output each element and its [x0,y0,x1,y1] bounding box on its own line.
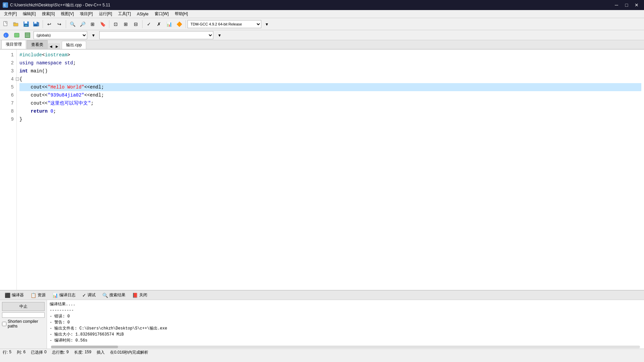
goto-line-button[interactable]: ⊞ [88,19,97,29]
svg-rect-8 [25,25,28,26]
menu-run[interactable]: 运行[R] [96,10,115,17]
debug-tab-label: 调试 [88,292,96,298]
search-results-icon: 🔍 [102,293,108,298]
output-warnings: - 警告: 0 [50,319,641,325]
status-selected: 已选择 0 [31,350,47,355]
debug-icon[interactable]: i [1,31,11,40]
shorten-paths-label: Shorten compiler paths [8,319,45,328]
shorten-paths-checkbox[interactable] [2,322,6,326]
maximize-button[interactable]: □ [622,1,631,9]
menu-edit[interactable]: 编辑[E] [20,10,39,17]
bookmark-button[interactable]: 🔖 [98,19,107,29]
svg-text:C: C [4,3,6,7]
layout-btn-2[interactable]: ⊞ [121,19,130,29]
globals-dropdown[interactable]: (globals) [34,31,87,39]
length-value: 159 [85,350,91,355]
resource-icon[interactable] [12,31,21,40]
line-numbers: 1 2 3 4 □ 5 6 7 8 9 [0,50,17,290]
menu-astyle[interactable]: AStyle [134,11,151,17]
undo-button[interactable]: ↩ [45,19,54,29]
toolbar-separator-3 [109,20,109,28]
tab-compiler[interactable]: ⬛ 编译器 [3,292,26,299]
layout-btn-3[interactable]: ⊟ [131,19,141,29]
menu-bar: 文件[F] 编辑[E] 搜索[S] 视图[V] 项目[P] 运行[R] 工具[T… [0,10,644,18]
menu-file[interactable]: 文件[F] [1,10,19,17]
menu-window[interactable]: 窗口[W] [152,10,171,17]
tab-class[interactable]: 查看类 [27,40,48,49]
file-tab[interactable]: 输出.cpp [62,41,86,49]
menu-view[interactable]: 视图[V] [58,10,76,17]
layout-btn-1[interactable]: ⊡ [111,19,120,29]
nav-next-arrow[interactable]: ▶ [54,44,60,49]
tab-search-results[interactable]: 🔍 搜索结果 [100,292,127,299]
function-dropdown-btn[interactable]: ▾ [215,31,224,40]
insert-label: 插入 [97,350,105,355]
window-controls: ─ □ ✕ [612,1,641,9]
code-line-2: using namespace std; [19,59,641,67]
output-scrollbar-container [50,346,641,348]
selected-label: 已选择 [31,350,43,355]
tab-debug[interactable]: ✓ 调试 [80,292,98,299]
scrollbar-thumb [51,346,118,348]
tab-resources[interactable]: 📋 资源 [29,292,48,299]
open-file-button[interactable] [11,19,21,29]
svg-rect-11 [34,24,37,26]
code-line-7: cout<<"这里也可以写中文"; [19,99,641,107]
output-errors: - 错误: 0 [50,313,641,319]
main-area: 1 2 3 4 □ 5 6 7 8 9 #include<iostream> [0,50,644,290]
compile-log-label: 编译日志 [59,292,75,298]
toolbar-separator-4 [142,20,143,28]
line-num-5: 5 [0,83,16,91]
log-icon[interactable] [23,31,32,40]
bottom-panel: ⬛ 编译器 📋 资源 📊 编译日志 ✓ 调试 🔍 搜索结果 📕 关闭 中止 [0,290,644,349]
compiler-dropdown[interactable]: TDM-GCC 4.9.2 64-bit Release [187,20,261,28]
svg-rect-12 [38,22,39,26]
shorten-paths-option[interactable]: Shorten compiler paths [2,319,45,328]
total-value: 9 [66,350,69,355]
tab-close[interactable]: 📕 关闭 [130,292,149,299]
compile-check-button[interactable]: ✓ [144,19,154,29]
code-line-1: #include<iostream> [19,51,641,59]
run-chart-button[interactable]: 🔶 [174,19,184,29]
line-num-8: 8 [0,107,16,115]
code-area[interactable]: #include<iostream> using namespace std; … [17,50,644,290]
output-scrollbar[interactable] [51,346,640,348]
output-file: - 输出文件名: C:\Users\chkzh\Desktop\S\c++\输出… [50,325,641,331]
menu-project[interactable]: 项目[P] [77,10,96,17]
chart-button[interactable]: 📊 [164,19,174,29]
collapse-button[interactable]: □ [16,77,19,81]
zoom-in-button[interactable]: 🔎 [78,19,87,29]
function-dropdown[interactable] [99,31,213,39]
compile-error-button[interactable]: ✗ [154,19,164,29]
status-col: 列: 6 [17,350,25,355]
parse-label: 在0.016秒内完成解析 [110,350,148,355]
code-container: 1 2 3 4 □ 5 6 7 8 9 #include<iostream> [0,50,644,290]
selected-value: 0 [44,350,47,355]
toolbar-separator-2 [66,20,66,28]
close-button[interactable]: ✕ [632,1,641,9]
minimize-button[interactable]: ─ [612,1,621,9]
title-bar: C C:\Users\chkzh\Desktop\S\c++\输出.cpp - … [0,0,644,10]
tab-project[interactable]: 项目管理 [1,40,26,49]
save-file-button[interactable] [21,19,31,29]
status-bar: 行: 5 列: 6 已选择 0 总行数: 9 长度: 159 插入 在0.016… [0,349,644,356]
stop-button[interactable]: 中止 [2,302,45,311]
search-button[interactable]: 🔍 [68,19,77,29]
redo-button[interactable]: ↪ [55,19,64,29]
code-editor[interactable]: 1 2 3 4 □ 5 6 7 8 9 #include<iostream> [0,50,644,290]
line-num-2: 2 [0,59,16,67]
menu-tools[interactable]: 工具[T] [115,10,133,17]
nav-prev-arrow[interactable]: ◀ [48,44,54,49]
line-num-1: 1 [0,51,16,59]
globals-dropdown-btn[interactable]: ▾ [89,31,98,40]
debug-tab-icon: ✓ [82,293,86,298]
total-label: 总行数: [52,350,65,355]
menu-search[interactable]: 搜索[S] [39,10,58,17]
code-line-4: { [19,75,641,83]
tab-compile-log[interactable]: 📊 编译日志 [50,292,77,299]
compiler-dropdown-btn[interactable]: ▾ [262,19,271,29]
new-file-button[interactable] [1,19,11,29]
window-title: C:\Users\chkzh\Desktop\S\c++\输出.cpp - De… [10,2,110,8]
save-all-button[interactable] [32,19,41,29]
menu-help[interactable]: 帮助[H] [172,10,191,17]
